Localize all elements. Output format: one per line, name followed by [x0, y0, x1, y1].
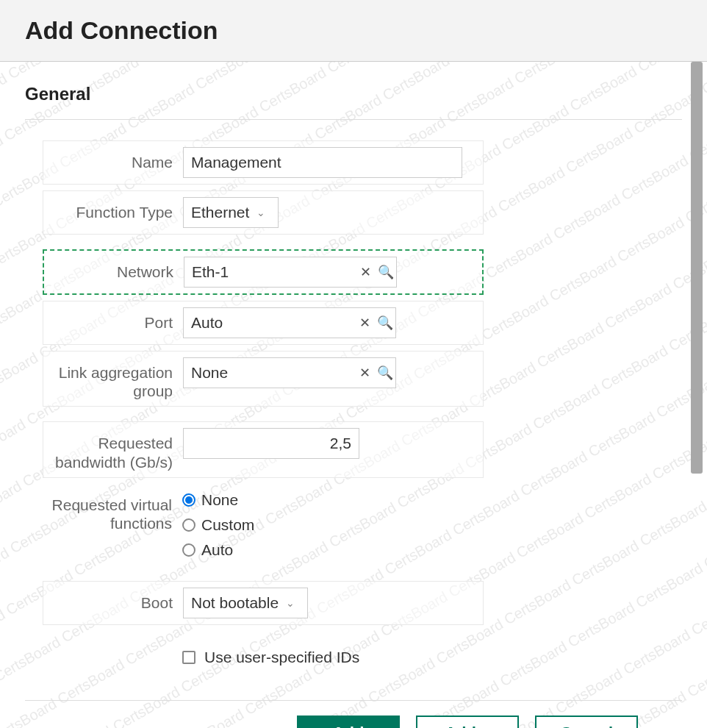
- radio-icon: [182, 493, 195, 507]
- clear-icon[interactable]: ✕: [354, 315, 375, 331]
- section-title-general: General: [25, 84, 682, 104]
- spacer: [43, 646, 182, 652]
- label-virtual-functions: Requested virtual functions: [43, 490, 182, 532]
- row-port: Port Auto ✕ 🔍: [43, 301, 484, 345]
- radio-label-auto: Auto: [201, 541, 233, 559]
- search-icon[interactable]: 🔍: [375, 315, 395, 331]
- label-network: Network: [44, 257, 184, 281]
- row-virtual-functions: Requested virtual functions None Custom …: [43, 484, 484, 566]
- lookup-port[interactable]: Auto ✕ 🔍: [183, 307, 396, 338]
- select-boot[interactable]: Not bootable ⌄: [183, 588, 308, 618]
- lookup-port-value: Auto: [184, 314, 354, 332]
- row-boot: Boot Not bootable ⌄: [43, 581, 484, 625]
- search-icon[interactable]: 🔍: [376, 264, 396, 280]
- radio-vf-auto[interactable]: Auto: [182, 540, 476, 560]
- dialog-title: Add Connection: [25, 16, 682, 45]
- radio-label-none: None: [201, 491, 238, 509]
- row-user-ids: Use user-specified IDs: [43, 640, 484, 679]
- chevron-down-icon: ⌄: [286, 597, 295, 609]
- label-bandwidth: Requested bandwidth (Gb/s): [43, 428, 183, 471]
- divider: [25, 700, 682, 701]
- chevron-down-icon: ⌄: [256, 207, 265, 218]
- add-plus-button[interactable]: Add +: [416, 715, 519, 728]
- radio-label-custom: Custom: [201, 516, 254, 534]
- input-name[interactable]: [183, 147, 462, 178]
- select-boot-value: Not bootable: [191, 594, 279, 612]
- checkbox-label-user-ids: Use user-specified IDs: [204, 649, 359, 666]
- label-port: Port: [43, 307, 183, 332]
- footer-buttons: Add Add + Cancel: [25, 715, 682, 728]
- add-button[interactable]: Add: [297, 715, 400, 728]
- row-network: Network Eth-1 ✕ 🔍: [43, 249, 484, 295]
- radio-vf-custom[interactable]: Custom: [182, 515, 476, 535]
- label-function-type: Function Type: [43, 197, 183, 221]
- row-lag: Link aggregation group None ✕ 🔍: [43, 351, 484, 407]
- dialog-content: General Name Function Type Ethernet ⌄ Ne…: [0, 62, 707, 728]
- lookup-network-value: Eth-1: [184, 263, 355, 281]
- label-lag: Link aggregation group: [43, 357, 183, 400]
- scrollbar-thumb[interactable]: [691, 62, 703, 474]
- label-boot: Boot: [43, 588, 183, 612]
- dialog-header: Add Connection: [0, 0, 707, 62]
- clear-icon[interactable]: ✕: [355, 264, 376, 280]
- radio-icon: [182, 518, 195, 532]
- row-bandwidth: Requested bandwidth (Gb/s): [43, 421, 484, 477]
- radio-icon: [182, 543, 195, 557]
- divider: [25, 119, 682, 120]
- clear-icon[interactable]: ✕: [354, 365, 375, 381]
- radio-vf-none[interactable]: None: [182, 490, 476, 510]
- search-icon[interactable]: 🔍: [375, 365, 395, 381]
- lookup-lag-value: None: [184, 364, 354, 382]
- label-name: Name: [43, 147, 183, 171]
- checkbox-user-ids[interactable]: Use user-specified IDs: [182, 646, 476, 669]
- lookup-network[interactable]: Eth-1 ✕ 🔍: [184, 257, 397, 288]
- select-function-type-value: Ethernet: [191, 204, 249, 221]
- checkbox-icon: [182, 651, 195, 664]
- select-function-type[interactable]: Ethernet ⌄: [183, 197, 279, 228]
- cancel-button[interactable]: Cancel: [535, 715, 638, 728]
- row-function-type: Function Type Ethernet ⌄: [43, 190, 484, 235]
- lookup-lag[interactable]: None ✕ 🔍: [183, 357, 396, 388]
- row-name: Name: [43, 140, 484, 185]
- input-bandwidth[interactable]: [183, 428, 359, 459]
